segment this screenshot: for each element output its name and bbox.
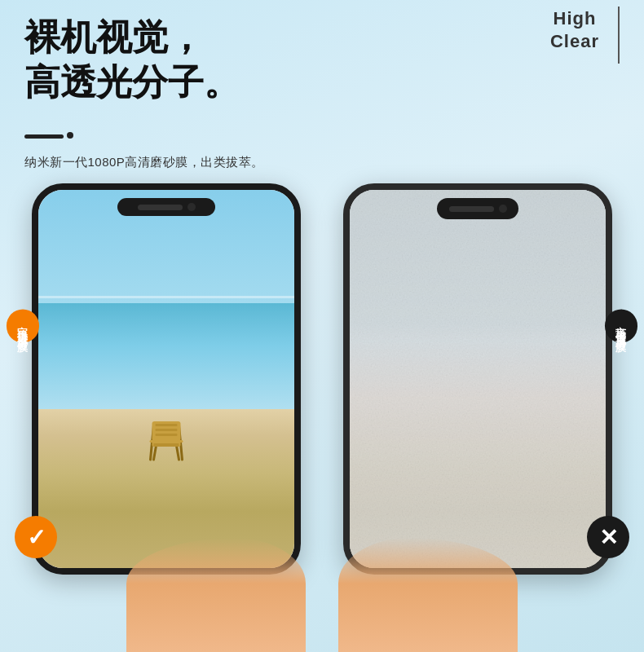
check-circle: ✓ [15, 516, 57, 558]
badge-left: 宝狼进口磨砂膜 [7, 310, 39, 343]
beach-clear-screen [38, 190, 294, 568]
svg-line-2 [154, 446, 157, 460]
high-label: High [554, 8, 597, 29]
headline: 裸机视觉， 高透光分子。 [24, 15, 240, 104]
dash-separator [24, 134, 64, 139]
sea-layer [38, 303, 294, 409]
notch-speaker [138, 205, 183, 210]
top-right-divider [618, 7, 620, 64]
x-icon: ✕ [599, 524, 618, 551]
beach-frosted-screen [350, 190, 606, 568]
top-right-labels: High Clear [550, 8, 599, 52]
right-phone-wrapper [328, 183, 628, 575]
left-phone-frame [32, 183, 301, 575]
page: High Clear 裸机视觉， 高透光分子。 纳米新一代1080P高清磨砂膜，… [0, 0, 644, 652]
beach-chair [144, 401, 189, 462]
headline-line1: 裸机视觉， [24, 15, 240, 59]
left-phone-wrapper [16, 183, 316, 575]
sub-description: 纳米新一代1080P高清磨砂膜，出类拔萃。 [24, 155, 264, 170]
badge-right: 市场普通磨砂膜 [605, 310, 637, 343]
x-circle: ✕ [587, 516, 629, 558]
left-phone-notch [117, 198, 215, 216]
horizon-line [38, 296, 294, 298]
check-icon: ✓ [27, 524, 46, 551]
notch-camera [187, 203, 196, 211]
right-notch-speaker [449, 206, 494, 212]
svg-rect-9 [156, 434, 178, 436]
svg-rect-7 [156, 424, 178, 426]
svg-rect-11 [177, 440, 183, 443]
right-phone-frame [343, 183, 612, 575]
svg-rect-10 [150, 440, 157, 443]
badge-right-text: 市场普通磨砂膜 [616, 318, 627, 335]
svg-rect-5 [154, 443, 179, 447]
right-notch-camera [499, 205, 507, 213]
clear-label: Clear [550, 31, 599, 52]
phones-area [0, 183, 644, 652]
dash-dot [67, 132, 73, 139]
badge-left-text: 宝狼进口磨砂膜 [18, 318, 29, 335]
right-phone-notch [437, 198, 518, 219]
svg-line-3 [177, 446, 179, 460]
svg-rect-8 [156, 429, 178, 431]
noise-overlay [350, 190, 606, 568]
headline-line2: 高透光分子。 [24, 59, 240, 104]
